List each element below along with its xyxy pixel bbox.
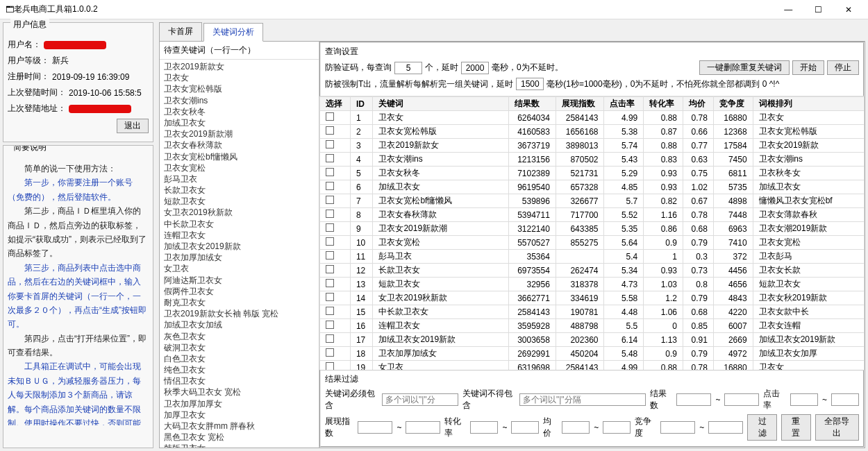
not-contain-input[interactable]: [519, 393, 646, 406]
table-row[interactable]: 3卫衣2019新款女367371938980135.740.880.771758…: [320, 139, 865, 153]
keyword-item[interactable]: 卫衣女宽松: [164, 162, 315, 173]
captcha-delay-input[interactable]: [461, 62, 489, 74]
table-row[interactable]: 5卫衣女秋冬71023895217315.290.930.756811卫衣秋冬女: [320, 167, 865, 180]
ctr-max[interactable]: [831, 393, 859, 406]
row-checkbox[interactable]: [326, 293, 334, 301]
tab-keyword-analysis[interactable]: 关键词分析: [203, 23, 263, 42]
impressions-max[interactable]: [406, 421, 440, 434]
col-header[interactable]: 转化率: [644, 97, 683, 111]
dedup-button[interactable]: 一键删除重复关键词: [699, 60, 790, 75]
row-checkbox[interactable]: [326, 334, 334, 343]
keyword-item[interactable]: 加绒卫衣女2019新款: [164, 241, 315, 252]
captcha-count-input[interactable]: [394, 62, 422, 74]
row-checkbox[interactable]: [326, 140, 334, 148]
col-header[interactable]: ID: [350, 97, 373, 111]
keyword-item[interactable]: 短款卫衣女: [164, 196, 315, 207]
table-row[interactable]: 19女卫衣631969825841434.990.880.7816880卫衣女: [320, 361, 865, 371]
keyword-item[interactable]: 卫衣加厚加绒女: [164, 252, 315, 263]
keyword-item[interactable]: 破洞卫衣女: [164, 342, 315, 353]
row-checkbox[interactable]: [326, 196, 334, 204]
keyword-item[interactable]: 卫衣2019新款女: [164, 61, 315, 72]
keyword-item[interactable]: 中长款卫衣女: [164, 219, 315, 230]
keyword-item[interactable]: 卫衣女宽松bf慵懒风: [164, 151, 315, 162]
keyword-item[interactable]: 卫衣女潮ins: [164, 95, 315, 106]
maximize-button[interactable]: ☐: [805, 5, 833, 15]
table-row[interactable]: 7卫衣女宽松bf慵懒风5398963266775.70.820.674898慵懒…: [320, 194, 865, 208]
keyword-item[interactable]: 白色卫衣女: [164, 353, 315, 364]
col-header[interactable]: 均价: [683, 97, 713, 111]
keyword-item[interactable]: 卫衣女2019新款潮: [164, 128, 315, 139]
keyword-item[interactable]: 卫衣2019新款女长袖 韩版 宽松: [164, 308, 315, 319]
row-checkbox[interactable]: [326, 265, 334, 273]
keyword-item[interactable]: 加绒卫衣女加绒: [164, 319, 315, 330]
tab-card-home[interactable]: 卡首屏: [159, 22, 202, 41]
row-checkbox[interactable]: [326, 210, 334, 218]
keyword-item[interactable]: 大码卫衣女胖mm 胖春秋: [164, 420, 315, 432]
export-button[interactable]: 全部导出: [815, 414, 859, 441]
table-row[interactable]: 18卫衣加厚加绒女26929914502045.480.90.794972加绒卫…: [320, 347, 865, 361]
logout-button[interactable]: 退出: [117, 119, 149, 133]
keyword-item[interactable]: 耐克卫衣女: [164, 297, 315, 308]
keyword-item[interactable]: 加绒卫衣女: [164, 117, 315, 128]
row-checkbox[interactable]: [326, 321, 334, 329]
competition-min[interactable]: [660, 421, 695, 434]
keyword-item[interactable]: 情侣卫衣女: [164, 375, 315, 386]
col-header[interactable]: 结果数: [508, 97, 556, 111]
row-checkbox[interactable]: [326, 154, 334, 162]
table-row[interactable]: 2卫衣女宽松韩版416058316561685.380.870.6612368卫…: [320, 125, 865, 139]
competition-max[interactable]: [708, 421, 743, 434]
keyword-item[interactable]: 卫衣女: [164, 72, 315, 83]
keyword-item[interactable]: 灰色卫衣女: [164, 331, 315, 342]
kick-delay-input[interactable]: [516, 78, 544, 90]
table-row[interactable]: 1卫衣女626403425841434.990.880.7816880卫衣女: [320, 111, 865, 125]
table-row[interactable]: 16连帽卫衣女35959284887985.500.856007卫衣女连帽: [320, 319, 865, 333]
col-header[interactable]: 关键词: [373, 97, 508, 111]
cvr-max[interactable]: [511, 421, 539, 434]
keyword-item[interactable]: 黑色卫衣女 宽松: [164, 432, 315, 443]
col-header[interactable]: 竞争度: [713, 97, 753, 111]
table-row[interactable]: 15中长款卫衣女25841431907814.481.060.684220卫衣女…: [320, 305, 865, 319]
must-contain-input[interactable]: [382, 393, 458, 406]
resultcount-max[interactable]: [724, 393, 759, 406]
row-checkbox[interactable]: [326, 182, 334, 190]
start-button[interactable]: 开始: [792, 60, 824, 75]
row-checkbox[interactable]: [326, 112, 334, 121]
table-row[interactable]: 10卫衣女宽松55705278552755.640.90.797410卫衣女宽松: [320, 236, 865, 250]
col-header[interactable]: 点击率: [604, 97, 644, 111]
col-header[interactable]: 展现指数: [556, 97, 604, 111]
minimize-button[interactable]: —: [774, 5, 802, 15]
keyword-item[interactable]: 长款卫衣女: [164, 185, 315, 196]
table-row[interactable]: 12长款卫衣女69735542624745.340.930.734456卫衣女长…: [320, 264, 865, 278]
row-checkbox[interactable]: [326, 223, 334, 232]
col-header[interactable]: 选择: [320, 97, 351, 111]
results-table-wrap[interactable]: 选择ID关键词结果数展现指数点击率转化率均价竞争度词根排列 1卫衣女626403…: [319, 96, 865, 370]
table-row[interactable]: 13短款卫衣女329563183784.731.030.84656短款卫衣女: [320, 278, 865, 291]
keyword-item[interactable]: 卫衣女宽松韩版: [164, 83, 315, 94]
row-checkbox[interactable]: [326, 251, 334, 259]
keyword-item[interactable]: 假两件卫衣女: [164, 286, 315, 297]
keyword-item[interactable]: 加厚卫衣女: [164, 409, 315, 420]
keyword-item[interactable]: 纯色卫衣女: [164, 364, 315, 375]
keyword-item[interactable]: 卫衣女春秋薄款: [164, 139, 315, 151]
row-checkbox[interactable]: [326, 279, 334, 287]
close-button[interactable]: ✕: [835, 5, 862, 15]
row-checkbox[interactable]: [326, 237, 334, 246]
row-checkbox[interactable]: [326, 307, 334, 315]
keyword-item[interactable]: 阿迪达斯卫衣女: [164, 275, 315, 286]
filter-button[interactable]: 过滤: [747, 414, 777, 441]
keyword-item[interactable]: 连帽卫衣女: [164, 230, 315, 241]
row-checkbox[interactable]: [326, 168, 334, 176]
stop-button[interactable]: 停止: [827, 60, 859, 75]
keyword-item[interactable]: 卫衣加厚加厚女: [164, 398, 315, 409]
ctr-min[interactable]: [790, 393, 818, 406]
keyword-item[interactable]: 女卫衣: [164, 263, 315, 274]
avgprice-min[interactable]: [562, 421, 590, 434]
avgprice-max[interactable]: [603, 421, 631, 434]
reset-button[interactable]: 重置: [781, 414, 811, 441]
keyword-item[interactable]: 彭马卫衣: [164, 173, 315, 185]
table-row[interactable]: 4卫衣女潮ins12131568705025.430.830.637450卫衣女…: [320, 153, 865, 167]
table-row[interactable]: 14女卫衣2019秋新款36627713346195.581.20.794843…: [320, 291, 865, 305]
table-row[interactable]: 9卫衣女2019新款潮31221406433855.350.860.686963…: [320, 222, 865, 236]
row-checkbox[interactable]: [326, 126, 334, 135]
keyword-item[interactable]: 卫衣女秋冬: [164, 106, 315, 117]
